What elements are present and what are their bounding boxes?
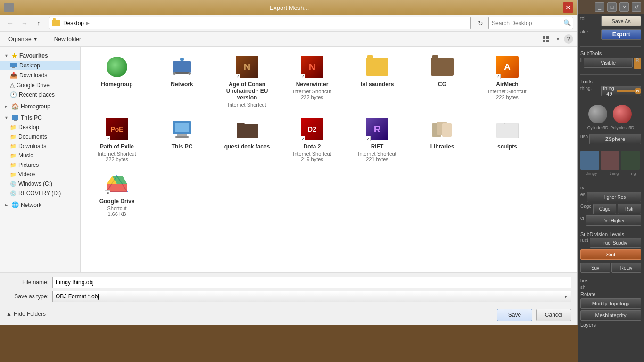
- cg-folder-icon: [431, 56, 454, 78]
- close-button[interactable]: ✕: [563, 2, 573, 13]
- rp-tools-section: Tools thing. thing. 49 R: [578, 77, 644, 101]
- view-button[interactable]: [540, 33, 552, 45]
- star-icon: ★: [11, 52, 17, 59]
- higher-res-button[interactable]: Higher Res: [587, 192, 641, 202]
- zsphere-button[interactable]: ZSphere: [589, 134, 641, 144]
- visible-button[interactable]: Visible: [584, 58, 632, 68]
- rp-divider3: [580, 181, 641, 181]
- sidebar-item-this-pc[interactable]: ▼ This PC: [0, 113, 80, 123]
- thumb-label-rig: rig: [631, 171, 636, 176]
- list-item[interactable]: N ↗ Neverwinter Internet Shortcut 222 by…: [281, 52, 343, 111]
- thing-counter-button[interactable]: thing. 49 R: [601, 86, 641, 96]
- quest-deck-icon: [236, 118, 258, 140]
- shortcut-arrow-icon3: ↗: [495, 74, 501, 79]
- filename-input[interactable]: [52, 277, 571, 288]
- save-button[interactable]: Save: [497, 309, 532, 321]
- mesh-integrity-button[interactable]: MeshIntegrity: [580, 310, 641, 321]
- list-item[interactable]: CG: [412, 52, 473, 111]
- forward-button[interactable]: →: [18, 17, 31, 29]
- list-item[interactable]: ↗ Google Drive Shortcut 1.66 KB: [86, 169, 148, 220]
- refresh-button[interactable]: ↻: [474, 17, 487, 29]
- list-item[interactable]: This PC: [151, 115, 213, 165]
- computer-icon: [11, 115, 19, 121]
- list-item[interactable]: sculpts: [477, 115, 538, 165]
- shortcut-arrow-icon2: ↗: [300, 74, 305, 79]
- libraries-file-icon: [431, 118, 454, 140]
- list-item[interactable]: A ↗ AirMech Internet Shortcut 222 bytes: [477, 52, 538, 111]
- savetype-dropdown[interactable]: OBJ Format *.obj ▼: [52, 291, 571, 302]
- sidebar-item-desktop[interactable]: Desktop: [0, 61, 80, 70]
- sidebar-item-network[interactable]: ► 🌐 Network: [0, 200, 80, 210]
- thumb-rig[interactable]: [621, 151, 640, 170]
- list-item[interactable]: Homegroup: [86, 52, 148, 111]
- list-item[interactable]: PoE ↗ Path of Exile Internet Shortcut 22…: [86, 115, 148, 165]
- shortcut-arrow-icon6: ↗: [365, 136, 371, 141]
- rp-close-button[interactable]: ✕: [619, 2, 629, 12]
- smt-button[interactable]: Smt: [580, 249, 641, 260]
- sidebar-item-downloads2[interactable]: 📁 Downloads: [0, 141, 80, 151]
- del-higher-button[interactable]: Del Higher: [586, 215, 641, 226]
- rp-reset-button[interactable]: ↺: [632, 2, 641, 12]
- toolbar: ← → ↑ Desktop ▶ ↻ 🔍: [0, 15, 577, 32]
- sidebar-item-music[interactable]: 📁 Music: [0, 151, 80, 160]
- new-folder-button[interactable]: New folder: [50, 34, 85, 44]
- subdiv-button[interactable]: ruct Subdiv: [590, 238, 641, 248]
- cancel-button[interactable]: Cancel: [536, 309, 571, 321]
- sidebar-item-documents[interactable]: 📁 Documents: [0, 132, 80, 141]
- list-item[interactable]: quest deck faces: [216, 115, 278, 165]
- cylinder3d-item: Cylinder3D: [587, 103, 609, 130]
- svg-point-10: [180, 58, 184, 61]
- hide-folders-row: ▲ Hide Folders: [6, 311, 46, 317]
- thumb-label-thing: thing: [610, 171, 619, 176]
- rp-er-prefix: er: [580, 215, 585, 226]
- reliv-button[interactable]: ReLiv: [611, 263, 641, 273]
- list-item[interactable]: D2 ↗ Dota 2 Internet Shortcut 219 bytes: [281, 115, 343, 165]
- thumb-label-thingy: thingy: [586, 171, 597, 176]
- rp-thing-label: thing.: [580, 86, 600, 98]
- downloads-folder-icon: 📥: [10, 72, 17, 79]
- rp-r-badge: R: [634, 58, 641, 69]
- rp-divider1: [580, 46, 641, 47]
- sidebar-item-recent-places[interactable]: 🕐 Recent places: [0, 90, 80, 99]
- up-button[interactable]: ↑: [33, 17, 45, 29]
- rp-minimize-button[interactable]: _: [595, 2, 604, 12]
- sidebar-item-pictures[interactable]: 📁 Pictures: [0, 160, 80, 170]
- rp-tools-label: Tools: [580, 79, 593, 84]
- rp-res-prefix: es: [580, 192, 586, 202]
- thumb-thing[interactable]: [601, 151, 619, 170]
- suv-button[interactable]: Suv: [580, 263, 610, 273]
- sidebar-item-homegroup[interactable]: ► 🏠 Homegroup: [0, 101, 80, 111]
- search-input[interactable]: [488, 17, 573, 29]
- thumb-thingy[interactable]: [580, 151, 599, 170]
- google-drive-icon: △: [10, 82, 15, 89]
- organise-button[interactable]: Organise ▼: [4, 34, 42, 44]
- list-item[interactable]: N ↗ Age of Conan Unchained - EU version …: [216, 52, 278, 111]
- sidebar-item-windows-c[interactable]: 💿 Windows (C:): [0, 179, 80, 189]
- rstr-button[interactable]: Rstr: [618, 204, 641, 214]
- help-button[interactable]: ?: [564, 34, 573, 44]
- rp-maximize-button[interactable]: □: [607, 2, 617, 12]
- export-button[interactable]: Export: [601, 29, 641, 40]
- list-item[interactable]: Libraries: [412, 115, 473, 165]
- hide-folders-button[interactable]: ▲ Hide Folders: [6, 311, 46, 317]
- sidebar-item-downloads[interactable]: 📥 Downloads: [0, 70, 80, 80]
- rp-divider2: [580, 74, 641, 75]
- chevron-down-icon2: ▼: [4, 115, 8, 120]
- sidebar-item-google-drive[interactable]: △ Google Drive: [0, 80, 80, 90]
- cage-button[interactable]: Cage: [593, 204, 617, 214]
- quest-folder-svg: [236, 120, 258, 138]
- rp-ll-label: ll: [580, 58, 582, 69]
- save-as-button[interactable]: Save As: [601, 16, 641, 26]
- rp-tools-header-row: Tools: [580, 79, 641, 84]
- back-button[interactable]: ←: [4, 17, 17, 29]
- tel-saunders-icon: [366, 56, 388, 78]
- cylinder3d-sphere: [588, 105, 607, 123]
- sidebar-item-videos[interactable]: 📁 Videos: [0, 170, 80, 179]
- list-item[interactable]: R ↗ RIFT Internet Shortcut 221 bytes: [347, 115, 408, 165]
- list-item[interactable]: tel saunders: [347, 52, 408, 111]
- modify-topology-button[interactable]: Modify Topology: [580, 298, 641, 309]
- sidebar-item-recovery-d[interactable]: 💿 RECOVERY (D:): [0, 189, 80, 198]
- sidebar-item-desktop2[interactable]: 📁 Desktop: [0, 123, 80, 132]
- polymesh3d-sphere: [613, 105, 632, 123]
- list-item[interactable]: Network: [151, 52, 213, 111]
